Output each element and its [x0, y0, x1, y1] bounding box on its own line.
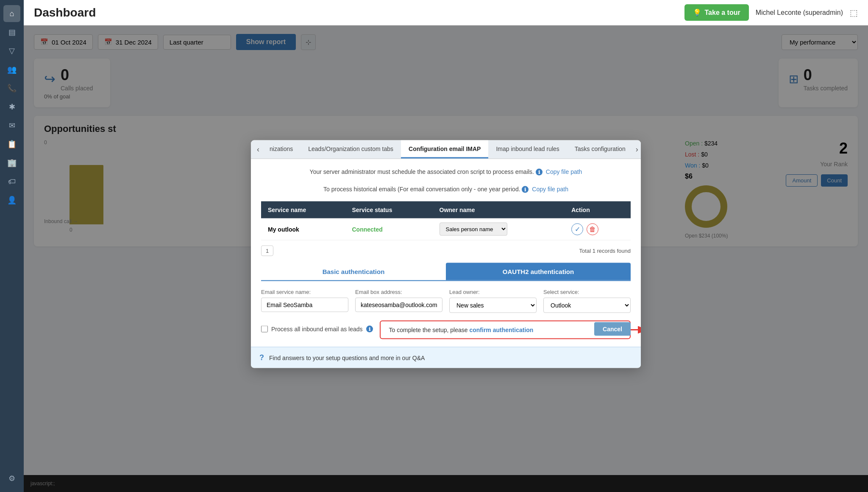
- col-owner-name: Owner name: [433, 201, 565, 218]
- qa-icon: ?: [259, 353, 264, 362]
- tab-config-email[interactable]: Configuration email IMAP: [401, 140, 488, 159]
- copy-file-path-link-1[interactable]: Copy file path: [546, 168, 582, 175]
- sidebar-item-people[interactable]: 👤: [3, 192, 20, 209]
- form-row-1: Email service name: Email box address: L…: [261, 289, 631, 313]
- service-select[interactable]: Outlook: [543, 298, 631, 313]
- service-name-field[interactable]: [261, 298, 348, 312]
- email-box-label: Email box address:: [355, 289, 442, 295]
- tab-nav-group: › ? ✕: [633, 143, 641, 156]
- qa-bar: ? Find answers to your setup questions a…: [251, 347, 641, 368]
- copy-file-path-link-2[interactable]: Copy file path: [532, 186, 568, 193]
- service-status-cell: Connected: [345, 218, 432, 240]
- sidebar-item-companies[interactable]: 🏢: [3, 154, 20, 171]
- col-action: Action: [565, 201, 631, 218]
- sidebar-item-tasks[interactable]: ✱: [3, 98, 20, 115]
- tab-nav-prev[interactable]: ‹: [254, 143, 262, 156]
- info-icon-1[interactable]: ℹ: [536, 169, 542, 176]
- action-icons: ✓ 🗑: [571, 223, 624, 235]
- modal-notice-1: Your server administrator must schedule …: [261, 167, 631, 177]
- pagination-row: 1 Total 1 records found: [261, 246, 631, 256]
- modal-dialog: ‹ nizations Leads/Organization custom ta…: [251, 140, 641, 368]
- main-content: Dashboard 💡 Take a tour Michel Leconte (…: [24, 0, 868, 492]
- tab-tasks-config[interactable]: Tasks configuration: [567, 140, 633, 159]
- col-service-name: Service name: [261, 201, 345, 218]
- process-inbound-info-icon[interactable]: ℹ: [366, 326, 373, 333]
- sidebar-item-charts[interactable]: ▤: [3, 24, 20, 41]
- modal-tabs: ‹ nizations Leads/Organization custom ta…: [251, 140, 641, 159]
- owner-select[interactable]: Sales person name: [440, 223, 507, 236]
- info-icon-2[interactable]: ℹ: [522, 186, 529, 193]
- modal-notice-2: To process historical emails (For email …: [261, 184, 631, 195]
- confirm-auth-link[interactable]: confirm authentication: [469, 327, 533, 333]
- process-inbound-checkbox-row: Process all inbound email as leads ℹ: [261, 326, 375, 333]
- service-name-label: Email service name:: [261, 289, 348, 295]
- tab-imap-rules[interactable]: Imap inbound lead rules: [488, 140, 567, 159]
- confirm-text: To complete the setup, please confirm au…: [389, 327, 534, 333]
- col-service-status: Service status: [345, 201, 432, 218]
- sidebar: ⌂ ▤ ▽ 👥 📞 ✱ ✉ 📋 🏢 🏷 👤 ⚙: [0, 0, 24, 492]
- email-box-field[interactable]: [355, 298, 442, 312]
- lead-owner-label: Lead owner:: [449, 289, 537, 295]
- auth-tab-oauth2[interactable]: OAUTH2 authentication: [446, 263, 631, 280]
- form-group-service: Select service: Outlook: [543, 289, 631, 313]
- topbar-right: 💡 Take a tour Michel Leconte (superadmin…: [684, 4, 858, 21]
- delete-icon[interactable]: 🗑: [587, 223, 598, 235]
- logout-icon[interactable]: ⬚: [850, 8, 858, 18]
- sidebar-item-tags[interactable]: 🏷: [3, 173, 20, 190]
- sidebar-item-phone[interactable]: 📞: [3, 80, 20, 97]
- cancel-button[interactable]: Cancel: [594, 322, 631, 336]
- tab-organizations[interactable]: nizations: [262, 140, 300, 159]
- confirm-box: To complete the setup, please confirm au…: [380, 321, 631, 339]
- process-inbound-label: Process all inbound email as leads: [271, 326, 363, 333]
- form-group-email-box: Email box address:: [355, 289, 442, 313]
- topbar: Dashboard 💡 Take a tour Michel Leconte (…: [24, 0, 868, 25]
- auth-tab-basic[interactable]: Basic authentication: [261, 263, 446, 280]
- qa-text: Find answers to your setup questions and…: [269, 354, 425, 361]
- lightbulb-icon: 💡: [693, 8, 701, 17]
- process-inbound-checkbox[interactable]: [261, 326, 268, 333]
- form-group-service-name: Email service name:: [261, 289, 348, 313]
- user-name: Michel Leconte (superadmin): [756, 9, 843, 17]
- page-title: Dashboard: [34, 6, 96, 20]
- sidebar-item-funnel[interactable]: ▽: [3, 42, 20, 59]
- sidebar-item-contacts[interactable]: 👥: [3, 61, 20, 78]
- topbar-left: Dashboard: [34, 6, 96, 20]
- total-records: Total 1 records found: [579, 248, 631, 254]
- sidebar-item-mail[interactable]: ✉: [3, 117, 20, 134]
- lead-owner-select[interactable]: New sales: [449, 298, 537, 313]
- form-action-row: Process all inbound email as leads ℹ To …: [261, 319, 631, 339]
- tab-leads-org[interactable]: Leads/Organization custom tabs: [300, 140, 401, 159]
- tab-nav-next[interactable]: ›: [633, 143, 641, 156]
- table-row: My outlook Connected Sales person name: [261, 218, 631, 240]
- owner-name-cell: Sales person name: [433, 218, 565, 240]
- take-tour-button[interactable]: 💡 Take a tour: [684, 4, 749, 21]
- sidebar-item-reports[interactable]: 📋: [3, 136, 20, 153]
- sidebar-item-home[interactable]: ⌂: [3, 5, 20, 22]
- imap-table: Service name Service status Owner name A…: [261, 201, 631, 240]
- select-service-label: Select service:: [543, 289, 631, 295]
- modal-body: Your server administrator must schedule …: [251, 159, 641, 347]
- form-group-lead-owner: Lead owner: New sales: [449, 289, 537, 313]
- page-number[interactable]: 1: [261, 246, 273, 256]
- dashboard-body: 📅 01 Oct 2024 📅 31 Dec 2024 Last quarter…: [24, 25, 868, 492]
- edit-icon[interactable]: ✓: [571, 223, 583, 235]
- tour-btn-label: Take a tour: [705, 9, 740, 17]
- service-name-cell: My outlook: [261, 218, 345, 240]
- auth-tabs: Basic authentication OAUTH2 authenticati…: [261, 263, 631, 281]
- action-cell: ✓ 🗑: [565, 218, 631, 240]
- sidebar-item-settings[interactable]: ⚙: [3, 470, 20, 487]
- confirm-area: To complete the setup, please confirm au…: [380, 319, 631, 339]
